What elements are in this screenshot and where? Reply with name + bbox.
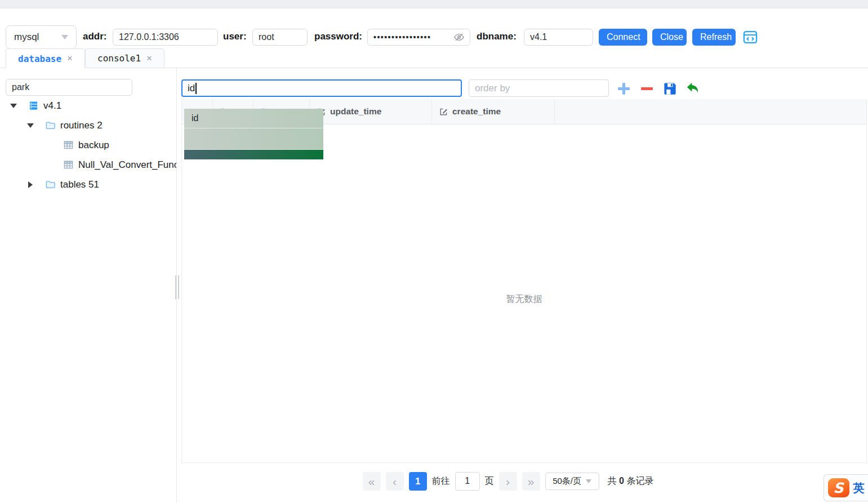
dbname-input[interactable] [524, 29, 593, 46]
page-unit-label: 页 [485, 475, 494, 487]
tab-console1[interactable]: console1 × [85, 48, 164, 68]
addr-label: addr: [83, 31, 107, 42]
user-label: user: [223, 31, 247, 42]
folder-icon [45, 179, 56, 190]
page-size-value: 50条/页 [553, 476, 581, 487]
chevron-down-icon [61, 35, 68, 39]
autocomplete-item-empty[interactable] [184, 128, 323, 150]
sidebar: v4.1 routines 2 backup [0, 68, 177, 503]
window-top-strip [0, 0, 868, 8]
prev-page-button[interactable]: ‹ [386, 472, 404, 491]
close-icon[interactable]: × [146, 53, 152, 64]
splitter-handle[interactable] [175, 275, 176, 299]
password-label: password: [314, 31, 362, 42]
chevron-down-icon [586, 479, 591, 483]
filter-autocomplete-dropdown: id [184, 109, 323, 159]
addr-input[interactable] [113, 29, 218, 46]
password-input[interactable]: •••••••••••••••• [367, 29, 470, 46]
password-value: •••••••••••••••• [373, 33, 453, 42]
tree-node-label: backup [78, 140, 109, 151]
pagination-bar: « ‹ 1 前往 页 › » 50条/页 共 0 条记录 [181, 471, 835, 491]
tree-node-database[interactable]: v4.1 [0, 96, 177, 115]
last-page-button[interactable]: » [522, 472, 540, 491]
where-filter-value: id [188, 83, 195, 94]
sogou-logo-icon: S [828, 478, 849, 497]
tab-database-label: database [18, 54, 61, 64]
table-header-cell-create-time[interactable]: create_time [432, 99, 555, 124]
table-icon [63, 140, 74, 150]
tree-node-label: routines 2 [60, 120, 103, 131]
page-size-select[interactable]: 50条/页 [545, 473, 599, 490]
dbname-label: dbname: [477, 31, 517, 42]
splitter-handle[interactable] [178, 275, 179, 299]
ime-indicator[interactable]: S 英 [824, 474, 868, 501]
order-by-input[interactable] [469, 79, 609, 97]
folder-icon [45, 120, 56, 131]
where-filter-input[interactable]: id [181, 79, 462, 97]
close-button[interactable]: Close [652, 29, 687, 46]
eye-off-icon[interactable] [453, 31, 465, 43]
next-page-button[interactable]: › [499, 472, 517, 491]
tab-console1-label: console1 [97, 53, 141, 64]
add-row-icon[interactable] [616, 81, 631, 96]
tree-node-label: v4.1 [43, 100, 61, 112]
console-window-button[interactable] [742, 29, 758, 45]
delete-row-icon[interactable] [639, 81, 655, 96]
first-page-button[interactable]: « [363, 472, 381, 491]
edit-icon [439, 107, 448, 117]
tree-node-table-backup[interactable]: backup [0, 135, 177, 155]
refresh-button[interactable]: Refresh [692, 29, 736, 46]
tree-node-table-null-val-convert-func[interactable]: Null_Val_Convert_Func [0, 155, 177, 175]
caret-expanded-icon[interactable] [10, 104, 17, 108]
goto-label: 前往 [432, 475, 450, 487]
connect-button[interactable]: Connect [599, 29, 647, 46]
column-label: update_time [330, 106, 381, 117]
table-icon [63, 159, 74, 170]
tree-node-routines[interactable]: routines 2 [0, 115, 177, 135]
column-label: create_time [452, 106, 501, 117]
tree-node-label: tables 51 [60, 179, 99, 190]
database-tree: v4.1 routines 2 backup [0, 96, 177, 194]
tree-node-label: Null_Val_Convert_Func [78, 159, 177, 171]
code-window-icon [742, 29, 758, 45]
tab-bar: database × console1 × [0, 48, 868, 68]
ime-mode-label: 英 [853, 480, 865, 496]
table-header-cell-update-time[interactable]: update_time [310, 99, 432, 124]
db-type-select[interactable]: mysql [6, 25, 77, 49]
caret-collapsed-icon[interactable] [27, 181, 34, 188]
user-input[interactable] [252, 29, 308, 46]
db-type-value: mysql [14, 32, 61, 43]
tab-database[interactable]: database × [6, 48, 85, 69]
empty-data-text: 暂无数据 [182, 293, 866, 305]
table-header-filler [555, 99, 866, 124]
tree-filter-input[interactable] [6, 79, 132, 96]
autocomplete-item-id[interactable]: id [184, 109, 323, 128]
save-icon[interactable] [662, 81, 678, 96]
connection-toolbar: mysql addr: user: password: ••••••••••••… [0, 8, 868, 50]
close-icon[interactable]: × [67, 53, 73, 64]
goto-page-input[interactable] [455, 472, 480, 491]
app-window: mysql addr: user: password: ••••••••••••… [0, 0, 868, 503]
table-body: 暂无数据 [182, 124, 866, 462]
tree-node-tables[interactable]: tables 51 [0, 175, 177, 194]
database-icon [28, 100, 39, 111]
page-number-button[interactable]: 1 [409, 472, 427, 491]
text-cursor [195, 83, 197, 94]
caret-expanded-icon[interactable] [27, 123, 34, 128]
autocomplete-footer-bar [184, 150, 323, 159]
total-records-text: 共 0 条记录 [608, 475, 654, 487]
undo-icon[interactable] [685, 81, 700, 96]
